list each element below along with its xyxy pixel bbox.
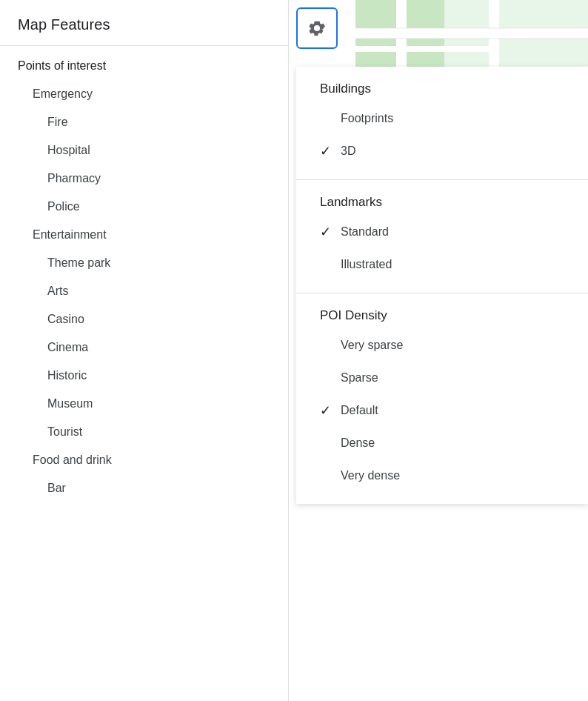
tree-item[interactable]: Hospital (0, 136, 288, 165)
item-label: Illustrated (341, 258, 564, 271)
tree-item[interactable]: Tourist (0, 418, 288, 446)
tree-item[interactable]: Pharmacy (0, 165, 288, 193)
gear-icon (307, 18, 327, 39)
tree-item[interactable]: Theme park (0, 249, 288, 277)
tree-item[interactable]: Points of interest (0, 52, 288, 80)
section-2: POI DensityVery sparseSparseDefaultDense… (296, 293, 588, 504)
svg-rect-2 (355, 28, 588, 39)
svg-rect-4 (489, 0, 499, 67)
section-title: POI Density (296, 305, 588, 329)
item-label: Very sparse (341, 339, 564, 352)
section-item[interactable]: 3D (296, 135, 588, 167)
right-dropdown-panel: BuildingsFootprints3DLandmarksStandardIl… (296, 67, 588, 504)
section-item[interactable]: Sparse (296, 362, 588, 394)
tree-item[interactable]: Bar (0, 474, 288, 502)
section-item[interactable]: Very sparse (296, 329, 588, 362)
panel-header: Map Features (0, 0, 288, 46)
tree-item[interactable]: Casino (0, 305, 288, 333)
tree-list: Points of interestEmergencyFireHospitalP… (0, 46, 288, 508)
tree-item[interactable]: Museum (0, 390, 288, 418)
section-item[interactable]: Default (296, 394, 588, 427)
tree-item[interactable]: Arts (0, 277, 288, 305)
item-label: Very dense (341, 469, 564, 482)
section-item[interactable]: Very dense (296, 459, 588, 492)
tree-item[interactable]: Emergency (0, 80, 288, 108)
svg-rect-5 (355, 46, 396, 52)
item-label: 3D (341, 144, 564, 158)
section-1: LandmarksStandardIllustrated (296, 180, 588, 293)
checkmark-icon (320, 224, 341, 240)
section-item[interactable]: Dense (296, 427, 588, 459)
section-title: Buildings (296, 79, 588, 102)
section-item[interactable]: Standard (296, 216, 588, 248)
section-0: BuildingsFootprints3D (296, 67, 588, 180)
map-preview (355, 0, 588, 67)
svg-rect-3 (396, 0, 407, 67)
item-label: Sparse (341, 371, 564, 385)
tree-item[interactable]: Food and drink (0, 446, 288, 474)
section-item[interactable]: Illustrated (296, 248, 588, 281)
item-label: Footprints (341, 112, 564, 125)
tree-item[interactable]: Entertainment (0, 221, 288, 249)
panel-title: Map Features (18, 16, 270, 33)
tree-item[interactable]: Fire (0, 108, 288, 136)
item-label: Standard (341, 225, 564, 239)
item-label: Default (341, 404, 564, 417)
settings-gear-button[interactable] (296, 7, 338, 49)
section-item[interactable]: Footprints (296, 102, 588, 135)
left-panel: Map Features Points of interestEmergency… (0, 0, 289, 701)
svg-rect-6 (407, 46, 489, 52)
tree-item[interactable]: Police (0, 193, 288, 221)
checkmark-icon (320, 402, 341, 419)
section-title: Landmarks (296, 192, 588, 216)
tree-item[interactable]: Historic (0, 362, 288, 390)
tree-item[interactable]: Cinema (0, 333, 288, 362)
item-label: Dense (341, 436, 564, 450)
checkmark-icon (320, 143, 341, 159)
